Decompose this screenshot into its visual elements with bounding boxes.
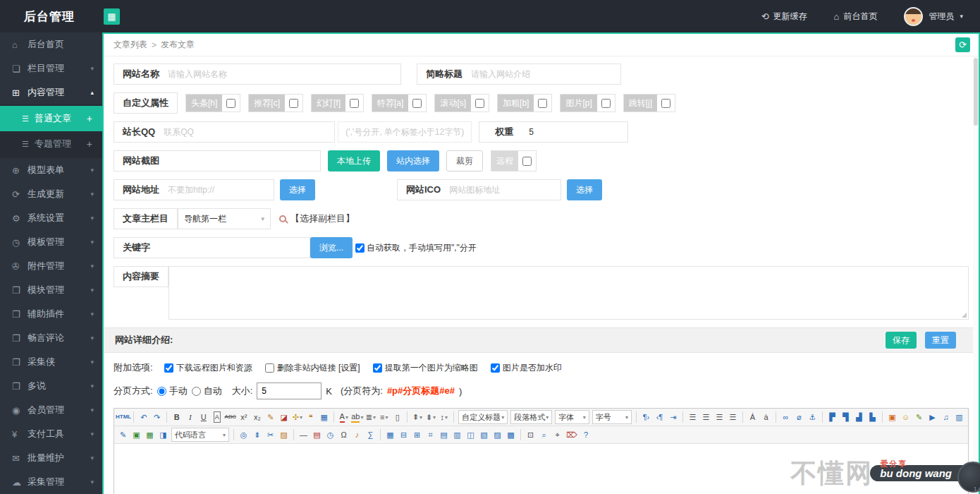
insertframe-icon[interactable]: ▥ [953,410,965,424]
omega-icon[interactable]: Ω [338,428,350,442]
formatmatch-icon[interactable]: ✎ [264,410,276,424]
paging-auto-radio[interactable] [192,387,201,396]
dir-ltr-icon[interactable]: ¶› [640,410,652,424]
remote-checkbox[interactable] [522,157,532,166]
date-icon[interactable]: ▤ [311,428,323,442]
audio-icon[interactable]: ♪ [351,428,363,442]
sidebar-item-batch[interactable]: ✉批量维护▾ [0,446,102,470]
mergeright-icon[interactable]: ▨ [491,428,503,442]
sidebar-item-plugin[interactable]: ❐辅助插件▾ [0,302,102,326]
paging-manual-option[interactable]: 手动 [157,385,188,397]
breadcrumb-article-list[interactable]: 文章列表 [114,39,147,51]
image-center-icon[interactable]: ▜ [840,410,852,424]
reset-button[interactable]: 重置 [925,332,956,349]
sidebar-item-system[interactable]: ⚙系统设置▾ [0,206,102,230]
extra-option-checkbox[interactable] [265,363,274,373]
horizontal-icon[interactable]: — [298,428,310,442]
extra-option-1[interactable]: 删除非站内链接 [设置] [265,362,360,374]
custom-attr-checkbox[interactable] [412,99,422,108]
indent-icon[interactable]: ⇥ [667,410,679,424]
auto-keywords-option[interactable]: 自动获取，手动填写用","分开 [355,242,477,254]
extra-option-checkbox[interactable] [373,363,382,373]
sidebar-item-payment[interactable]: ¥支付工具▾ [0,422,102,446]
screenshot-input[interactable] [168,152,320,170]
help-icon[interactable]: ? [580,428,592,442]
emotion-icon[interactable]: ☺ [900,410,912,424]
extra-option-checkbox[interactable] [164,363,173,373]
forecolor-icon[interactable]: A▾ [338,410,350,424]
sidebar-item-changyan[interactable]: ❐畅言评论▾ [0,326,102,350]
mergedown-icon[interactable]: ▩ [505,428,517,442]
lineheight-icon[interactable]: ↕▾ [438,410,450,424]
paging-auto-option[interactable]: 自动 [192,385,222,397]
sidebar-item-model-form[interactable]: ⊕模型表单▾ [0,158,102,182]
sub-column-link[interactable]: 【选择副栏目】 [290,212,355,225]
custom-attr-checkbox[interactable] [538,99,547,108]
sidebar-item-topic[interactable]: ☰专题管理+ [0,131,102,157]
image-none-icon[interactable]: ▙ [866,410,878,424]
custom-attr-checkbox[interactable] [601,99,611,108]
unorderedlist-icon[interactable]: ≡▾ [378,410,390,424]
insertimage2-icon[interactable]: ▣ [130,428,142,442]
paragraph-select[interactable]: 段落格式▾ [510,410,552,424]
map-icon[interactable]: ◎ [238,428,250,442]
sidebar-item-template[interactable]: ◷模板管理▾ [0,230,102,254]
weight-input[interactable] [529,123,627,141]
fontsize-select[interactable]: 字号▾ [592,410,632,424]
grid-menu-button[interactable]: ▦ [104,8,120,25]
site-url-select-button[interactable]: 选择 [280,179,315,200]
italic-icon[interactable]: I [184,410,196,424]
extra-option-2[interactable]: 提取第一个图片为缩略图 [373,362,478,374]
site-ico-input[interactable] [449,181,561,199]
time-icon[interactable]: ◷ [324,428,336,442]
print-icon[interactable]: ⊡ [525,428,537,442]
wordimage-icon[interactable]: ◨ [157,428,169,442]
sidebar-item-duoshuo[interactable]: ❐多说▾ [0,374,102,398]
site-url-input[interactable] [168,181,274,199]
formula-icon[interactable]: ∑ [365,428,376,442]
user-menu[interactable]: 管理员 ▾ [904,7,963,26]
snapscreen-icon[interactable]: ✂ [264,428,276,442]
eraser-icon[interactable]: ◪ [278,410,290,424]
local-upload-button[interactable]: 本地上传 [328,150,380,171]
editor-body[interactable] [114,444,968,494]
justify-left-icon[interactable]: ☰ [687,410,699,424]
insertrow-icon[interactable]: ⊞ [411,428,423,442]
fontborder-icon[interactable]: A [211,410,223,424]
backcolor-icon[interactable]: ab▾ [351,410,363,424]
bold-icon[interactable]: B [171,410,183,424]
pagebreak-icon[interactable]: ⇟ [251,428,263,442]
save-button[interactable]: 保存 [886,332,917,349]
mergecells-icon[interactable]: ◫ [465,428,477,442]
anchor-icon[interactable]: ⚓ [807,410,819,424]
browse-button[interactable]: 浏览... [310,237,353,258]
superscript-icon[interactable]: x² [238,410,250,424]
touppercase-icon[interactable]: Ȧ [747,410,759,424]
justify-center-icon[interactable]: ☰ [700,410,712,424]
paging-manual-radio[interactable] [157,387,166,396]
image-right-icon[interactable]: ▟ [853,410,865,424]
insertcol-icon[interactable]: ⌗ [424,428,436,442]
undo-icon[interactable]: ↶ [137,410,149,424]
sidebar-item-normal-article[interactable]: ☰普通文章+ [0,106,102,131]
codelang-select[interactable]: 代码语言▾ [171,428,229,442]
rowspacing-top-icon[interactable]: ⇞▾ [411,410,423,424]
music-icon[interactable]: ♫ [940,410,952,424]
insertimage-icon[interactable]: ▣ [886,410,898,424]
dir-rtl-icon[interactable]: ‹¶ [654,410,666,424]
source-icon[interactable]: HTML [117,410,130,424]
scrollbar-thumb[interactable] [974,58,978,126]
extra-option-3[interactable]: 图片是否加水印 [491,362,562,374]
underline-icon[interactable]: U [197,410,209,424]
custom-attr-checkbox[interactable] [661,99,670,108]
sidebar-item-member[interactable]: ◉会员管理▾ [0,398,102,422]
image-left-icon[interactable]: ▛ [826,410,838,424]
deletetable-icon[interactable]: ⊟ [398,428,410,442]
refresh-page-button[interactable]: ⟳ [955,37,970,52]
spechars-icon[interactable]: ▦ [318,410,330,424]
summary-textarea[interactable] [169,267,968,319]
sidebar-item-collect[interactable]: ☁采集管理▾ [0,470,102,494]
rowspacing-bottom-icon[interactable]: ⇟▾ [424,410,436,424]
strikethrough-icon[interactable]: ABC [224,410,236,424]
plus-icon[interactable]: + [87,113,92,124]
